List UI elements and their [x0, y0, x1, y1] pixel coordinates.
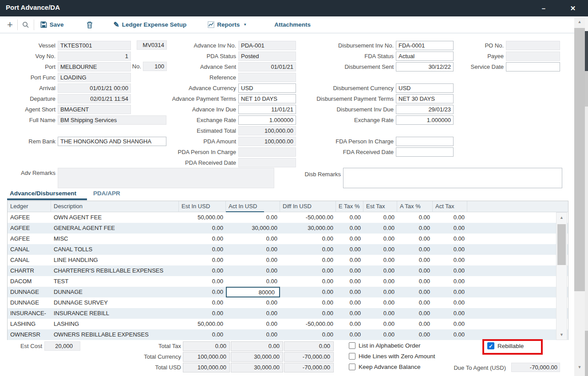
- cell[interactable]: -50,000.00: [280, 212, 336, 223]
- table-row[interactable]: DACOMTEST0.000.000.000.000.000.000.00: [8, 276, 568, 287]
- cell[interactable]: 0.00: [226, 244, 280, 255]
- cell[interactable]: OWNERS REBILLABLE EXPENSES: [51, 329, 179, 340]
- column-header-diff-in-usd[interactable]: Diff In USD: [280, 201, 336, 212]
- cell[interactable]: 0.00: [280, 255, 336, 265]
- advance-payment-terms-input[interactable]: [238, 94, 296, 103]
- full-name-input[interactable]: [58, 115, 166, 125]
- cell[interactable]: 0.00: [336, 276, 363, 287]
- advance-inv-no-input[interactable]: [238, 41, 296, 50]
- cell[interactable]: 0.00: [336, 297, 363, 308]
- cell[interactable]: 0.00: [363, 319, 397, 329]
- cell[interactable]: 0.00: [280, 287, 336, 297]
- arrival-input[interactable]: [58, 83, 131, 93]
- editing-cell-input[interactable]: [226, 287, 280, 297]
- advance-sent-input[interactable]: [238, 62, 296, 71]
- disbursement-currency-input[interactable]: [396, 83, 454, 93]
- cell[interactable]: 0.00: [179, 265, 226, 276]
- fda-person-in-charge-input[interactable]: [396, 137, 454, 146]
- est-cost-input[interactable]: [44, 341, 80, 351]
- delete-button[interactable]: [87, 21, 93, 28]
- disbursement-payment-terms-input[interactable]: [396, 94, 454, 103]
- reference-input[interactable]: [238, 73, 296, 82]
- cell[interactable]: 0.00: [363, 329, 397, 340]
- advance-exchange-rate-input[interactable]: [238, 115, 296, 125]
- minimize-button[interactable]: –: [538, 3, 549, 14]
- disbursement-inv-no-input[interactable]: [396, 41, 454, 50]
- cell[interactable]: 0.00: [336, 287, 363, 297]
- cell[interactable]: 0.00: [433, 287, 467, 297]
- cell[interactable]: 0.00: [363, 297, 397, 308]
- scroll-down-icon[interactable]: ▼: [574, 363, 585, 371]
- cell[interactable]: 0.00: [179, 255, 226, 265]
- cell[interactable]: LINE HANDLING: [51, 255, 179, 265]
- cell[interactable]: 0.00: [226, 255, 280, 265]
- cell[interactable]: CANAL: [8, 255, 51, 265]
- cell[interactable]: 0.00: [363, 287, 397, 297]
- table-row[interactable]: DUNNAGEDUNNAGE0.000.000.000.000.000.00: [8, 287, 568, 297]
- pda-person-in-charge-input[interactable]: [238, 147, 296, 157]
- cell[interactable]: 0.00: [179, 276, 226, 287]
- cell[interactable]: 0.00: [280, 244, 336, 255]
- pda-amount-input[interactable]: [238, 137, 296, 146]
- search-button[interactable]: [22, 21, 29, 28]
- cell[interactable]: 0.00: [397, 234, 433, 244]
- cell[interactable]: 0.00: [397, 255, 433, 265]
- table-row[interactable]: OWNERSROWNERS REBILLABLE EXPENSES0.000.0…: [8, 329, 568, 340]
- scroll-up-icon[interactable]: ▲: [556, 214, 567, 222]
- cell[interactable]: 0.00: [397, 265, 433, 276]
- cell[interactable]: 0.00: [397, 223, 433, 234]
- disbursement-exchange-rate-input[interactable]: [396, 115, 454, 125]
- cell[interactable]: 0.00: [397, 287, 433, 297]
- table-row[interactable]: LASHINGLASHING50,000.000.00-50,000.000.0…: [8, 319, 568, 329]
- estimated-total-input[interactable]: [238, 126, 296, 135]
- cell[interactable]: 0.00: [433, 244, 467, 255]
- cell[interactable]: 0.00: [336, 223, 363, 234]
- cell[interactable]: 0.00: [363, 223, 397, 234]
- disbursement-sent-input[interactable]: [396, 62, 454, 71]
- column-header-e-tax[interactable]: E Tax %: [336, 201, 363, 212]
- cell[interactable]: 50,000.00: [179, 212, 226, 223]
- cell[interactable]: OWNERSR: [8, 329, 51, 340]
- cell[interactable]: 0.00: [433, 212, 467, 223]
- add-button[interactable]: +: [7, 19, 13, 31]
- checkbox-icon[interactable]: [349, 353, 355, 360]
- column-header-est-tax[interactable]: Est Tax: [363, 201, 397, 212]
- cell[interactable]: 0.00: [179, 244, 226, 255]
- cell[interactable]: 0.00: [363, 212, 397, 223]
- grid-scrollbar[interactable]: ▲ ▼: [556, 212, 567, 340]
- cell[interactable]: AGFEE: [8, 223, 51, 234]
- column-header-ledger[interactable]: Ledger: [8, 201, 51, 212]
- cell[interactable]: TEST: [51, 276, 179, 287]
- cell[interactable]: DUNNAGE: [8, 297, 51, 308]
- disbursement-inv-due-input[interactable]: [396, 105, 454, 114]
- save-button[interactable]: Save: [40, 21, 64, 28]
- cell[interactable]: LASHING: [8, 319, 51, 329]
- pda-received-date-input[interactable]: [238, 158, 296, 167]
- column-header-a-tax[interactable]: A Tax %: [397, 201, 433, 212]
- table-row[interactable]: AGFEEMISC0.000.000.000.000.000.000.00: [8, 234, 568, 244]
- cell[interactable]: 0.00: [397, 297, 433, 308]
- departure-input[interactable]: [58, 94, 131, 103]
- cell[interactable]: DACOM: [8, 276, 51, 287]
- column-header-act-in-usd[interactable]: Act In USD: [226, 201, 280, 212]
- cell[interactable]: 0.00: [433, 234, 467, 244]
- table-row[interactable]: AGFEEGENERAL AGENT FEE0.0030,000.0030,00…: [8, 223, 568, 234]
- cell[interactable]: 0.00: [179, 297, 226, 308]
- rem-bank-input[interactable]: [58, 137, 166, 146]
- close-button[interactable]: ✕: [567, 3, 579, 14]
- cell[interactable]: 0.00: [397, 319, 433, 329]
- cell[interactable]: 0.00: [397, 212, 433, 223]
- cell[interactable]: 0.00: [226, 234, 280, 244]
- vessel-input[interactable]: [58, 41, 131, 50]
- cell[interactable]: 0.00: [433, 265, 467, 276]
- reports-button[interactable]: Reports ▼: [208, 21, 247, 28]
- table-row[interactable]: INSURANCE-INSURANCE REBILL0.000.000.000.…: [8, 308, 568, 319]
- cell[interactable]: MISC: [51, 234, 179, 244]
- attachments-button[interactable]: Attachments: [274, 21, 311, 28]
- cell[interactable]: DUNNAGE: [8, 287, 51, 297]
- cell[interactable]: 0.00: [397, 244, 433, 255]
- cell[interactable]: 0.00: [280, 297, 336, 308]
- table-row[interactable]: CHARTRCHARTERER'S REBILLABLE EXPENSES0.0…: [8, 265, 568, 276]
- fda-status-input[interactable]: [396, 51, 454, 61]
- grid-scrollbar-thumb[interactable]: [557, 224, 566, 265]
